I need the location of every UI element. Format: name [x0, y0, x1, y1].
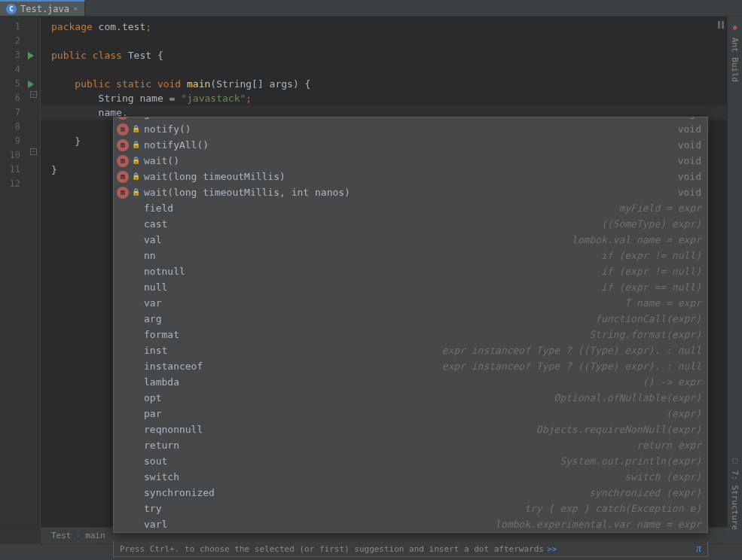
fold-icon[interactable]: − — [30, 91, 37, 98]
completion-item[interactable]: returnreturn expr — [114, 437, 707, 453]
completion-item[interactable]: nullif (expr == null) — [114, 279, 707, 295]
gutter: 1 2 3 4 5 6 7 8 9 10 11 12 − − — [0, 17, 41, 527]
pi-icon[interactable]: π — [696, 543, 701, 555]
completion-popup[interactable]: m🔒getClass()Class<? extends String>m🔒not… — [113, 117, 708, 533]
completion-item[interactable]: instexpr instanceof Type ? ((Type) expr)… — [114, 342, 707, 358]
completion-item[interactable]: m🔒notify()void — [114, 121, 707, 137]
completion-item[interactable]: soutSystem.out.println(expr) — [114, 453, 707, 469]
lock-icon: 🔒 — [132, 184, 139, 200]
breadcrumb-item[interactable]: Test — [47, 531, 76, 540]
completion-item[interactable]: varllombok.experimental.var name = expr — [114, 516, 707, 532]
completion-item[interactable]: formatString.format(expr) — [114, 327, 707, 342]
method-icon: m — [117, 155, 129, 167]
completion-item[interactable]: m🔒notifyAll()void — [114, 137, 707, 153]
hint-link[interactable]: >> — [547, 544, 557, 554]
lock-icon: 🔒 — [132, 137, 139, 153]
completion-item[interactable]: m🔒wait(long timeoutMillis, int nanos)voi… — [114, 184, 707, 200]
file-tab[interactable]: C Test.java × — [0, 0, 85, 16]
method-icon: m — [117, 171, 129, 183]
lock-icon: 🔒 — [132, 169, 139, 184]
completion-item[interactable]: argfunctionCall(expr) — [114, 311, 707, 327]
tab-bar: C Test.java × — [0, 0, 742, 17]
completion-item[interactable]: m🔒wait()void — [114, 153, 707, 169]
java-file-icon: C — [6, 4, 17, 14]
run-icon[interactable] — [28, 52, 34, 59]
method-icon: m — [117, 187, 129, 199]
lock-icon: 🔒 — [132, 121, 139, 137]
method-icon: m — [117, 117, 129, 120]
completion-item[interactable]: trytry { exp } catch(Exception e) — [114, 501, 707, 516]
fold-icon[interactable]: − — [30, 148, 37, 155]
structure-tool[interactable]: ⬚ 7: Structure — [728, 449, 742, 536]
completion-item[interactable]: cast((SomeType) expr) — [114, 216, 707, 232]
completion-item[interactable]: par(expr) — [114, 406, 707, 422]
right-toolbar: ✱ Ant Build ⬚ 7: Structure — [727, 17, 742, 543]
method-icon: m — [117, 123, 129, 135]
completion-item[interactable]: synchronizedsynchronized (expr) — [114, 485, 707, 501]
hint-text: Press Ctrl+. to choose the selected (or … — [120, 544, 544, 554]
completion-item[interactable]: m🔒wait(long timeoutMillis)void — [114, 169, 707, 184]
completion-item[interactable]: instanceofexpr instanceof Type ? ((Type)… — [114, 358, 707, 374]
completion-item[interactable]: nnif (expr != null) — [114, 248, 707, 263]
completion-item[interactable]: vallombok.val name = expr — [114, 232, 707, 248]
completion-item[interactable]: varT name = expr — [114, 295, 707, 311]
tab-filename: Test.java — [20, 4, 69, 14]
completion-item[interactable]: reqnonnullObjects.requireNonNull(expr) — [114, 422, 707, 437]
completion-hint: Press Ctrl+. to choose the selected (or … — [113, 541, 708, 557]
breadcrumb-item[interactable]: main — [81, 531, 110, 540]
completion-item[interactable]: notnullif (expr != null) — [114, 263, 707, 279]
run-icon[interactable] — [28, 81, 34, 88]
close-icon[interactable]: × — [73, 4, 78, 14]
ant-build-tool[interactable]: ✱ Ant Build — [728, 17, 742, 88]
completion-item[interactable]: fieldmyField = expr — [114, 200, 707, 216]
completion-item[interactable]: switchswitch (expr) — [114, 469, 707, 485]
completion-item[interactable]: lambda() -> expr — [114, 374, 707, 390]
method-icon: m — [117, 139, 129, 151]
lock-icon: 🔒 — [132, 153, 139, 169]
completion-item[interactable]: optOptional.ofNullable(expr) — [114, 390, 707, 406]
